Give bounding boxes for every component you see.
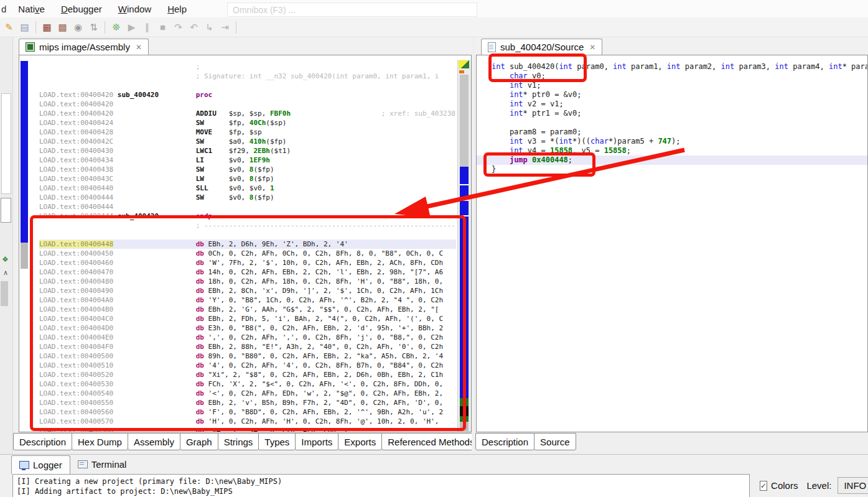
source-line[interactable]: int v3 = *(int*)((char*)param5 + 747); [477, 137, 867, 146]
menu-item-window[interactable]: Window [110, 4, 159, 14]
source-line[interactable]: jump 0x400448; [477, 156, 867, 165]
asm-line[interactable] [39, 81, 456, 90]
source-line[interactable]: int* ptr1 = &v0; [477, 109, 867, 118]
debug-bug-icon[interactable]: ❊ [108, 20, 124, 35]
asm-line[interactable]: LOAD.text:00400440 SLL $v0, $v0, 1 [39, 183, 456, 193]
asm-line[interactable]: LOAD.text:00400444 sub_400420 endp [39, 211, 456, 221]
view-tab-hex-dump[interactable]: Hex Dump [72, 433, 128, 450]
continue-icon[interactable]: ▶ [124, 20, 139, 35]
close-icon[interactable]: ✕ [136, 43, 142, 52]
tab-sub-400420-source[interactable]: sub_400420/Source ✕ [481, 39, 602, 55]
view-tab-strings[interactable]: Strings [218, 433, 259, 450]
tab-terminal[interactable]: Terminal [70, 455, 134, 473]
stop-icon[interactable]: ■ [155, 20, 170, 35]
view-tab-types[interactable]: Types [258, 433, 296, 450]
trace-coverage-bar-gray [21, 243, 28, 269]
source-line[interactable]: int v1; [477, 81, 867, 90]
panel-splitter[interactable] [472, 37, 476, 454]
graph-view-icon[interactable]: ▩ [55, 20, 70, 35]
view-tab-exports[interactable]: Exports [338, 433, 382, 450]
menu-item-debugger[interactable]: Debugger [53, 4, 110, 14]
pause-icon[interactable]: ∥ [139, 20, 155, 35]
menu-item-help[interactable]: Help [159, 4, 195, 14]
asm-line[interactable]: LOAD.text:00400500 db 89h, 0, "B80", 0, … [39, 351, 456, 361]
assembly-view-tabs: DescriptionHex DumpAssemblyGraphStringsT… [14, 432, 472, 454]
minimap-scrollbar[interactable] [457, 60, 471, 432]
symbols-icon[interactable]: ◉ [70, 20, 86, 35]
asm-line[interactable]: LOAD.text:00400570 db 'H', 0, C2h, AFh, … [39, 417, 456, 426]
asm-line[interactable]: ; Signature: int __n32 sub_400420(int pa… [39, 72, 456, 81]
view-tab-imports[interactable]: Imports [295, 433, 338, 450]
asm-line[interactable]: LOAD.text:00400510 db '4', 0, C2h, AFh, … [39, 361, 456, 370]
step-into-icon[interactable]: ↳ [202, 20, 217, 35]
asm-line[interactable]: LOAD.text:00400460 db 'W', 7Fh, 2, '$', … [39, 258, 456, 267]
source-line[interactable]: char v0; [477, 72, 867, 81]
run-to-cursor-icon[interactable]: ⇥ [217, 20, 233, 35]
asm-line[interactable]: LOAD.text:004004B0 db EBh, 2, 'G', AAh, … [39, 305, 456, 314]
step-over-icon[interactable]: ↷ [170, 20, 186, 35]
asm-line[interactable]: LOAD.text:00400540 db '<', 0, C2h, AFh, … [39, 389, 456, 398]
step-out-icon[interactable]: ↶ [186, 20, 202, 35]
asm-line[interactable]: LOAD.text:00400444 [39, 202, 456, 211]
source-line[interactable]: } [477, 165, 867, 174]
asm-line[interactable]: LOAD.text:00400428 MOVE $fp, $sp [39, 128, 456, 137]
asm-line[interactable]: LOAD.text:0040043C LW $v0, 8($fp) [39, 174, 456, 183]
asm-line[interactable]: LOAD.text:00400580 db "X4", 2, "$4", 0, … [39, 426, 456, 432]
menu-item-native[interactable]: Native [10, 4, 53, 14]
asm-line[interactable]: LOAD.text:004004E0 db ',', 0, C2h, AFh, … [39, 333, 456, 342]
menu-item-d[interactable]: d [0, 4, 10, 14]
log-controls: ✓ Colors Level: INFO [750, 474, 868, 497]
view-tab-assembly[interactable]: Assembly [128, 433, 180, 450]
hex-view-icon[interactable]: ▦ [39, 20, 55, 35]
view-tab-source[interactable]: Source [534, 433, 576, 450]
source-line[interactable] [477, 118, 867, 128]
close-icon[interactable]: ✕ [589, 43, 595, 52]
asm-line[interactable]: LOAD.text:00400520 db "Xi", 2, "$8", 0, … [39, 370, 456, 379]
view-tab-graph[interactable]: Graph [180, 433, 218, 450]
asm-line[interactable]: LOAD.text:004004C0 db EBh, 2, FDh, 5, 'i… [39, 314, 456, 323]
asm-line[interactable]: LOAD.text:00400430 LWC1 $f29, 2EBh($t1) [39, 146, 456, 156]
tab-mips-assembly[interactable]: mips image/Assembly ✕ [19, 39, 149, 55]
level-select[interactable]: INFO [838, 477, 868, 494]
asm-line[interactable]: LOAD.text:00400450 db 0Ch, 0, C2h, AFh, … [39, 249, 456, 258]
source-line[interactable]: param8 = param0; [477, 128, 867, 137]
view-tab-referenced-methods[interactable]: Referenced Methods [381, 433, 480, 450]
omnibox-input[interactable] [227, 2, 477, 17]
asm-line[interactable]: ; --------------------------------------… [39, 221, 456, 230]
asm-line[interactable]: LOAD.text:00400490 db EBh, 2, 8Ch, 'x', … [39, 286, 456, 295]
asm-line[interactable]: LOAD.text:00400550 db EBh, 2, 'v', B5h, … [39, 398, 456, 407]
rail-scrollbar-thumb[interactable] [1, 281, 8, 306]
asm-line[interactable]: LOAD.text:00400420 ADDIU $sp, $sp, FBF0h… [39, 109, 456, 118]
asm-line[interactable]: LOAD.text:00400434 LI $v0, 1EF9h [39, 156, 456, 165]
colors-checkbox[interactable]: ✓ [760, 481, 767, 491]
asm-line[interactable]: LOAD.text:00400438 SW $v0, 8($fp) [39, 165, 456, 174]
tree-view-icon[interactable]: ❖ [2, 255, 9, 264]
asm-line[interactable]: LOAD.text:00400470 db 14h, 0, C2h, AFh, … [39, 267, 456, 277]
asm-line[interactable]: LOAD.text:004004D0 db E3h, 0, "B8(", 0, … [39, 323, 456, 333]
source-line[interactable]: int v4 = 15858, v5 = 15858; [477, 146, 867, 156]
structure-icon[interactable]: ⇅ [86, 20, 101, 35]
source-line[interactable]: int sub_400420(int param0, int param1, i… [477, 62, 867, 72]
asm-line[interactable]: LOAD.text:00400420 sub_400420 proc [39, 90, 456, 100]
asm-line[interactable]: LOAD.text:004004A0 db 'Y', 0, "B8", 1Ch,… [39, 295, 456, 305]
asm-line[interactable]: LOAD.text:00400424 SW $fp, 40Ch($sp) [39, 118, 456, 128]
view-tab-description[interactable]: Description [475, 433, 534, 450]
tab-label: mips image/Assembly [39, 42, 130, 52]
asm-line[interactable]: LOAD.text:00400448 db EBh, 2, D6h, 9Eh, … [39, 239, 456, 249]
chevron-up-icon[interactable]: ∧ [3, 269, 8, 277]
asm-line[interactable]: LOAD.text:00400560 db 'F', 0, "B8D", 0, … [39, 407, 456, 417]
source-line[interactable]: int* ptr0 = &v0; [477, 90, 867, 100]
tab-logger[interactable]: Logger [11, 455, 70, 474]
asm-line[interactable]: LOAD.text:00400444 SW $v0, 8($fp) [39, 193, 456, 202]
save-export-icon[interactable]: ▤ [17, 20, 32, 35]
asm-line[interactable]: LOAD.text:00400420 [39, 100, 456, 109]
asm-line[interactable]: ; [39, 62, 456, 72]
asm-line[interactable] [39, 230, 456, 239]
asm-line[interactable]: LOAD.text:00400530 db FCh, 'X', 2, "$<",… [39, 379, 456, 389]
asm-line[interactable]: LOAD.text:004004F0 db EBh, 2, 88h, "E!",… [39, 342, 456, 351]
asm-line[interactable]: LOAD.text:00400480 db 18h, 0, C2h, AFh, … [39, 277, 456, 286]
edit-pencil-icon[interactable]: ✎ [1, 20, 17, 35]
view-tab-description[interactable]: Description [13, 433, 72, 450]
source-line[interactable]: int v2 = v1; [477, 100, 867, 109]
asm-line[interactable]: LOAD.text:0040042C SW $a0, 410h($fp) [39, 137, 456, 146]
